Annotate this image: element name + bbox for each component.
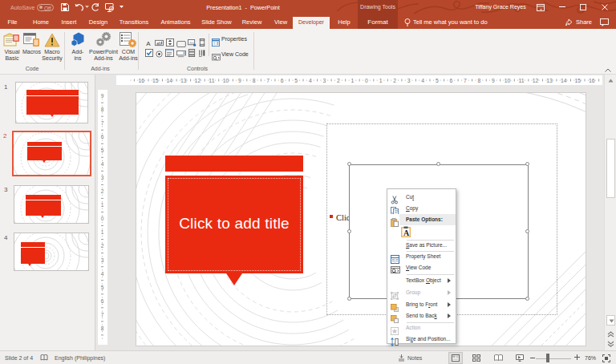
svg-text:16: 16 (589, 78, 595, 83)
svg-text:13: 13 (180, 78, 187, 83)
svg-text:2: 2 (393, 78, 396, 83)
svg-text:4: 4 (101, 271, 104, 277)
svg-text:6: 6 (101, 298, 104, 304)
svg-text:8: 8 (101, 326, 104, 331)
svg-text:6: 6 (281, 78, 284, 83)
svg-text:15: 15 (152, 78, 159, 83)
svg-text:2: 2 (101, 188, 104, 194)
svg-text:12: 12 (195, 78, 201, 83)
svg-text:16: 16 (138, 78, 144, 83)
svg-text:9: 9 (492, 78, 495, 83)
svg-text:3: 3 (323, 78, 326, 83)
svg-text:4: 4 (101, 161, 104, 167)
svg-text:6: 6 (101, 134, 104, 140)
svg-text:2: 2 (101, 243, 104, 249)
svg-text:5: 5 (101, 285, 104, 290)
svg-text:8: 8 (101, 107, 104, 112)
svg-text:6: 6 (449, 78, 452, 83)
svg-text:10: 10 (223, 78, 229, 83)
svg-text:9: 9 (238, 78, 241, 83)
svg-text:8: 8 (478, 78, 481, 83)
svg-text:12: 12 (533, 78, 539, 83)
svg-text:ab: ab (156, 41, 161, 46)
svg-text:7: 7 (101, 312, 104, 317)
svg-text:2: 2 (337, 78, 340, 83)
svg-text:1: 1 (101, 202, 104, 208)
svg-text:14: 14 (167, 78, 173, 83)
svg-text:3: 3 (101, 175, 104, 180)
svg-text:1: 1 (351, 78, 355, 83)
svg-text:5: 5 (294, 78, 298, 83)
svg-text:10: 10 (505, 78, 511, 83)
svg-text:5: 5 (101, 148, 104, 153)
svg-text:3: 3 (407, 78, 411, 83)
svg-text:13: 13 (546, 78, 553, 83)
svg-text:5: 5 (436, 78, 439, 83)
svg-text:7: 7 (101, 120, 104, 126)
svg-text:11: 11 (209, 78, 214, 83)
svg-text:8: 8 (253, 78, 256, 83)
svg-text:9: 9 (101, 93, 104, 99)
svg-text:1: 1 (101, 229, 104, 235)
svg-text:0: 0 (101, 216, 104, 221)
svg-text:7: 7 (464, 78, 467, 83)
svg-text:14: 14 (561, 78, 567, 83)
svg-text:4: 4 (309, 78, 312, 83)
svg-text:7: 7 (266, 78, 270, 83)
svg-text:4: 4 (421, 78, 424, 83)
svg-text:0: 0 (365, 78, 368, 83)
svg-text:15: 15 (574, 78, 581, 83)
svg-text:11: 11 (519, 78, 525, 83)
svg-text:1: 1 (379, 78, 383, 83)
svg-text:3: 3 (101, 257, 104, 263)
svg-text:A: A (403, 229, 410, 237)
